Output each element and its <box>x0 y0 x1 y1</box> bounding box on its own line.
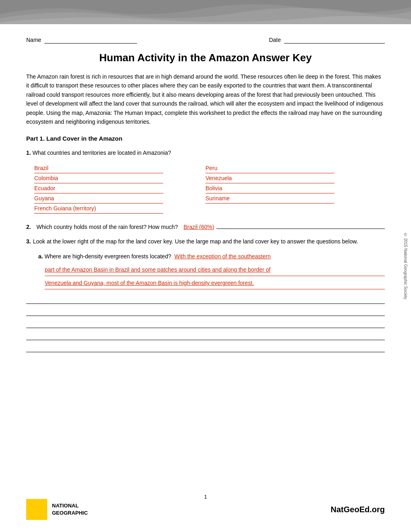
sub-question-a: a. Where are high-density evergreen fore… <box>38 252 385 262</box>
sub-a-answer-line2: part of the Amazon Basin in Brazil and s… <box>45 266 270 273</box>
sub-a-answer-line3: Venezuela and Guyana, most of the Amazon… <box>45 280 254 286</box>
blank-lines-section <box>26 295 385 352</box>
blank-line-3 <box>26 319 385 328</box>
sub-a-text: Where are high-density evergreen forests… <box>45 253 171 260</box>
date-field: Date <box>269 36 385 44</box>
question-2: 2. Which country holds most of the rain … <box>26 222 385 231</box>
q2-text: Which country holds most of the rain for… <box>37 222 178 231</box>
name-date-row: Name Date <box>26 36 385 44</box>
name-label: Name <box>26 37 41 43</box>
name-input-line[interactable] <box>44 36 137 44</box>
country-col1: Brazil Colombia Ecuador Guyana French Gu… <box>34 163 206 214</box>
q1-text: What countries and territories are locat… <box>33 150 171 156</box>
page-title: Human Activity in the Amazon Answer Key <box>26 52 385 64</box>
country-guyana: Guyana <box>34 193 163 204</box>
q2-answer-line <box>216 222 385 229</box>
q3-number: 3. <box>26 237 31 246</box>
question-1: 1. What countries and territories are lo… <box>26 148 385 157</box>
country-venezuela: Venezuela <box>206 173 334 183</box>
country-brazil: Brazil <box>34 163 163 173</box>
natgeo-logo: NATIONAL GEOGRAPHIC <box>26 499 88 520</box>
country-ecuador: Ecuador <box>34 183 163 193</box>
copyright-sidebar: © 2015 National Geographic Society <box>403 233 408 299</box>
part1-heading: Part 1. Land Cover in the Amazon <box>26 135 385 142</box>
sub-a-label: a. <box>38 253 43 260</box>
q2-answer: Brazil (60%) <box>183 222 214 231</box>
footer: NATIONAL GEOGRAPHIC NatGeoEd.org <box>0 499 411 520</box>
natgeo-yellow-box <box>26 499 47 520</box>
country-suriname: Suriname <box>206 193 334 204</box>
page: Name Date Human Activity in the Amazon A… <box>0 0 411 532</box>
date-label: Date <box>269 37 281 43</box>
content-area: Name Date Human Activity in the Amazon A… <box>0 24 411 376</box>
blank-line-4 <box>26 331 385 340</box>
blank-line-5 <box>26 343 385 352</box>
natgeo-text: NATIONAL GEOGRAPHIC <box>52 502 88 517</box>
natgeo-line1: NATIONAL <box>52 502 88 509</box>
country-col2: Peru Venezuela Bolivia Suriname <box>206 163 377 214</box>
question-3: 3. Look at the lower right of the map fo… <box>26 237 385 289</box>
sub-a-answer-block: part of the Amazon Basin in Brazil and s… <box>45 265 385 276</box>
blank-line-2 <box>26 307 385 316</box>
q1-number: 1. <box>26 150 31 156</box>
q3-main: 3. Look at the lower right of the map fo… <box>26 237 385 246</box>
countries-grid: Brazil Colombia Ecuador Guyana French Gu… <box>34 163 377 214</box>
intro-paragraph: The Amazon rain forest is rich in resour… <box>26 72 385 126</box>
country-colombia: Colombia <box>34 173 163 183</box>
blank-line-1 <box>26 295 385 304</box>
header-decoration <box>0 0 411 24</box>
country-bolivia: Bolivia <box>206 183 334 193</box>
country-peru: Peru <box>206 163 334 173</box>
sub-a-answer-block2: Venezuela and Guyana, most of the Amazon… <box>45 278 385 289</box>
q3-text: Look at the lower right of the map for t… <box>33 237 358 246</box>
q2-number: 2. <box>26 222 31 231</box>
date-input-line[interactable] <box>284 36 385 44</box>
sub-a-answer-line1: With the exception of the southeastern <box>174 253 271 260</box>
natgeoed-url: NatGeoEd.org <box>331 505 385 514</box>
natgeo-line2: GEOGRAPHIC <box>52 509 88 517</box>
country-french-guiana: French Guiana (territory) <box>34 204 163 214</box>
name-field: Name <box>26 36 137 44</box>
